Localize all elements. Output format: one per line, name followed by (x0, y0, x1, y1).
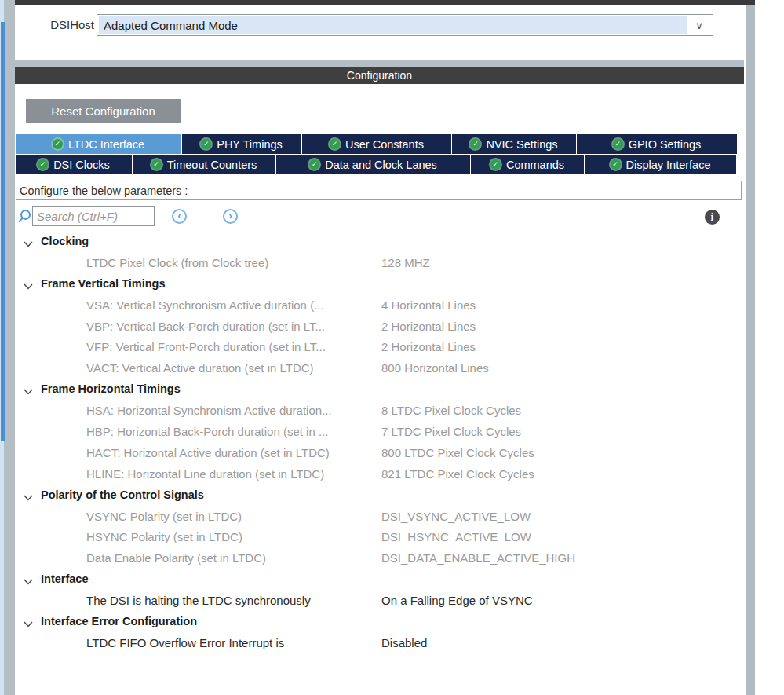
tree-param-row[interactable]: Data Enable Polarity (set in LTDC) DSI_D… (15, 548, 744, 569)
tree-param-row[interactable]: LTDC Pixel Clock (from Clock tree) 128 M… (15, 253, 744, 274)
section-label: Frame Vertical Timings (41, 277, 166, 290)
search-icon[interactable] (20, 210, 31, 220)
tab-label: GPIO Settings (629, 138, 702, 151)
params-header: Configure the below parameters : (16, 181, 742, 200)
param-label: VSA: Vertical Synchronism Active duratio… (86, 298, 324, 312)
param-value[interactable]: 821 LTDC Pixel Clock Cycles (381, 467, 534, 481)
left-scrollbar-thumb[interactable] (1, 22, 5, 441)
param-value[interactable]: DSI_DATA_ENABLE_ACTIVE_HIGH (381, 551, 575, 565)
param-value[interactable]: DSI_HSYNC_ACTIVE_LOW (381, 530, 531, 543)
tab-phy-timings[interactable]: ✓ PHY Timings (182, 134, 301, 154)
tree-param-row[interactable]: HBP: Horizontal Back-Porch duration (set… (15, 422, 744, 443)
section-label: Clocking (41, 235, 89, 247)
chevron-down-icon[interactable] (24, 237, 33, 245)
tree-section-row[interactable]: Interface (15, 569, 744, 591)
param-label: VACT: Vertical Active duration (set in L… (86, 361, 314, 375)
check-icon: ✓ (309, 159, 319, 170)
tree-param-row[interactable]: HACT: Horizontal Active duration (set in… (15, 443, 744, 464)
tab-commands[interactable]: ✓ Commands (471, 155, 584, 174)
tab-label: Display Interface (626, 159, 711, 171)
tree-param-row[interactable]: LTDC FIFO Overflow Error Interrupt is Di… (15, 633, 744, 654)
tab-gpio-settings[interactable]: ✓ GPIO Settings (577, 134, 737, 154)
chevron-down-icon[interactable] (24, 280, 33, 287)
param-value[interactable]: 7 LTDC Pixel Clock Cycles (381, 425, 521, 438)
tab-data-and-clock-lanes[interactable]: ✓ Data and Clock Lanes (276, 155, 470, 174)
search-previous-icon[interactable]: ‹ (172, 209, 187, 224)
param-label: VSYNC Polarity (set in LTDC) (86, 510, 242, 523)
tab-display-interface[interactable]: ✓ Display Interface (585, 155, 736, 174)
param-label: HSYNC Polarity (set in LTDC) (86, 530, 242, 543)
check-icon: ✓ (151, 159, 162, 170)
chevron-down-icon[interactable] (24, 491, 33, 499)
configuration-header: Configuration (15, 67, 744, 84)
param-label: HSA: Horizontal Synchronism Active durat… (86, 404, 332, 417)
section-label: Polarity of the Control Signals (41, 488, 204, 501)
configuration-panel: Reset Configuration ✓ LTDC Interface ✓ P… (15, 84, 744, 695)
tree-param-row[interactable]: HSYNC Polarity (set in LTDC) DSI_HSYNC_A… (15, 527, 744, 548)
param-value[interactable]: 4 Horizontal Lines (381, 298, 476, 312)
tab-label: DSI Clocks (53, 159, 110, 171)
param-value[interactable]: 800 LTDC Pixel Clock Cycles (381, 446, 534, 459)
chevron-down-icon[interactable] (24, 617, 33, 625)
tree-param-row[interactable]: VSYNC Polarity (set in LTDC) DSI_VSYNC_A… (15, 507, 744, 528)
tab-label: PHY Timings (217, 138, 283, 151)
tree-section-row[interactable]: Polarity of the Control Signals (15, 485, 744, 507)
dsihost-mode-value: Adapted Command Mode (99, 16, 687, 34)
reset-configuration-button[interactable]: Reset Configuration (26, 99, 181, 123)
param-value[interactable]: On a Falling Edge of VSYNC (381, 594, 533, 607)
tab-label: NVIC Settings (486, 138, 557, 151)
info-icon[interactable]: i (705, 210, 720, 225)
section-label: Frame Horizontal Timings (41, 382, 181, 395)
param-label: HACT: Horizontal Active duration (set in… (86, 446, 330, 459)
param-label: LTDC FIFO Overflow Error Interrupt is (86, 636, 284, 649)
param-label: HBP: Horizontal Back-Porch duration (set… (86, 425, 328, 438)
tree-section-row[interactable]: Frame Horizontal Timings (15, 379, 744, 401)
parameter-tree: Clocking LTDC Pixel Clock (from Clock tr… (15, 232, 744, 654)
tree-param-row[interactable]: VFP: Vertical Front-Porch duration (set … (15, 337, 744, 358)
tab-timeout-counters[interactable]: ✓ Timeout Counters (133, 155, 275, 174)
dsihost-mode-panel: DSIHost Adapted Command Mode ∨ (15, 5, 744, 60)
param-label: HLINE: Horizontal Line duration (set in … (86, 467, 324, 481)
tab-bar: ✓ LTDC Interface ✓ PHY Timings ✓ User Co… (16, 134, 739, 175)
check-icon: ✓ (490, 159, 501, 170)
tab-label: Data and Clock Lanes (325, 159, 437, 171)
param-label: The DSI is halting the LTDC synchronousl… (86, 594, 311, 607)
tree-param-row[interactable]: HLINE: Horizontal Line duration (set in … (15, 464, 744, 485)
section-label: Interface (41, 572, 88, 585)
section-label: Interface Error Configuration (41, 615, 197, 627)
vertical-scrollbar[interactable] (746, 0, 755, 695)
tree-section-row[interactable]: Clocking (15, 232, 744, 253)
tree-param-row[interactable]: VSA: Vertical Synchronism Active duratio… (15, 295, 744, 316)
dsihost-mode-select[interactable]: Adapted Command Mode ∨ (97, 14, 713, 36)
tree-section-row[interactable]: Interface Error Configuration (15, 612, 744, 633)
param-value[interactable]: DSI_VSYNC_ACTIVE_LOW (381, 510, 531, 523)
tree-param-row[interactable]: VBP: Vertical Back-Porch duration (set i… (15, 316, 744, 338)
param-value[interactable]: 8 LTDC Pixel Clock Cycles (381, 404, 521, 417)
param-label: LTDC Pixel Clock (from Clock tree) (86, 256, 268, 269)
dsihost-label: DSIHost (31, 18, 94, 31)
param-value[interactable]: 128 MHZ (381, 256, 430, 269)
tab-user-constants[interactable]: ✓ User Constants (302, 134, 451, 154)
chevron-down-icon[interactable] (24, 385, 33, 393)
tab-label: User Constants (345, 138, 424, 151)
tree-param-row[interactable]: The DSI is halting the LTDC synchronousl… (15, 591, 744, 612)
search-input[interactable] (32, 206, 155, 226)
tab-row-2: ✓ DSI Clocks ✓ Timeout Counters ✓ Data a… (16, 155, 739, 174)
tree-param-row[interactable]: VACT: Vertical Active duration (set in L… (15, 358, 744, 379)
param-value[interactable]: 800 Horizontal Lines (381, 361, 489, 375)
check-icon: ✓ (201, 139, 211, 149)
search-next-icon[interactable]: › (223, 209, 238, 224)
param-value[interactable]: 2 Horizontal Lines (381, 320, 476, 333)
tree-section-row[interactable]: Frame Vertical Timings (15, 274, 744, 295)
tab-ltdc-interface[interactable]: ✓ LTDC Interface (16, 134, 181, 154)
check-icon: ✓ (611, 159, 621, 170)
param-label: VBP: Vertical Back-Porch duration (set i… (86, 320, 325, 333)
chevron-down-icon[interactable]: ∨ (687, 16, 711, 34)
param-value[interactable]: Disabled (381, 636, 427, 649)
chevron-down-icon[interactable] (24, 575, 33, 583)
tab-nvic-settings[interactable]: ✓ NVIC Settings (452, 134, 576, 154)
param-value[interactable]: 2 Horizontal Lines (381, 340, 476, 353)
tree-param-row[interactable]: HSA: Horizontal Synchronism Active durat… (15, 401, 744, 422)
check-icon: ✓ (38, 159, 48, 170)
tab-dsi-clocks[interactable]: ✓ DSI Clocks (16, 155, 132, 174)
